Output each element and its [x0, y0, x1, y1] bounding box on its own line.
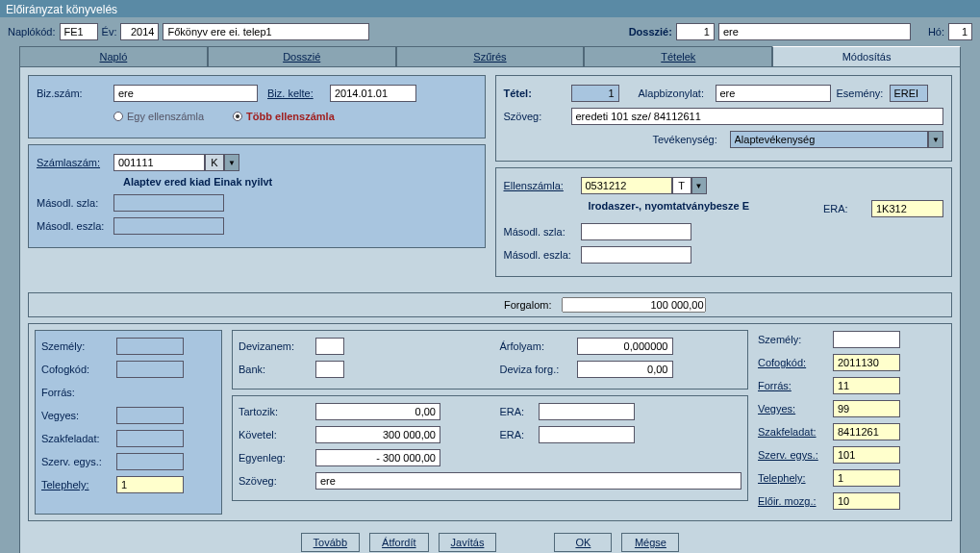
ellenszamla-label[interactable]: Ellenszámla:: [504, 180, 581, 191]
szakfeladat-label-r[interactable]: Szakfeladat:: [758, 426, 833, 438]
tab-modositas[interactable]: Módosítás: [772, 46, 961, 66]
szemely-input-r[interactable]: [833, 331, 900, 348]
devizaforg-input[interactable]: [577, 361, 673, 378]
radio-egy-ellenszamla[interactable]: Egy ellenszámla: [113, 111, 204, 122]
tevekenyseg-input[interactable]: [730, 131, 929, 148]
top-toolbar: Naplókód: Év: Dosszié: Hó:: [0, 17, 980, 46]
bank-label: Bank:: [239, 364, 315, 375]
era-label: ERA:: [823, 203, 871, 214]
devizanem-input[interactable]: [315, 338, 344, 355]
szervegys-label-r[interactable]: Szerv. egys.:: [758, 449, 833, 461]
ho-input[interactable]: [948, 23, 972, 40]
eloir-label-r[interactable]: Előir. mozg.:: [758, 495, 833, 507]
naplokod-label: Naplókód:: [8, 26, 56, 38]
tab-naplo[interactable]: Napló: [19, 46, 208, 66]
vegyes-input-l[interactable]: [116, 407, 184, 424]
masodl-eszla-label-r: Másodl. eszla:: [504, 249, 581, 261]
bizkelte-label[interactable]: Biz. kelte:: [267, 88, 330, 99]
forras-label-l: Forrás:: [41, 387, 116, 398]
kovetel-input[interactable]: [315, 426, 440, 443]
tetel-group: Tétel: Alapbizonylat: Esemény: Szöveg: T…: [495, 75, 953, 162]
devizaforg-label: Deviza forg.:: [500, 364, 577, 375]
forgalom-label[interactable]: Forgalom:: [504, 299, 552, 311]
szemely-label-r: Személy:: [758, 334, 833, 345]
telephely-label-r[interactable]: Telephely:: [758, 472, 833, 484]
ellenszamla-input[interactable]: [581, 177, 672, 194]
vegyes-label-r[interactable]: Vegyes:: [758, 403, 833, 415]
dosszie-num-input[interactable]: [676, 23, 715, 40]
szakfeladat-input-r[interactable]: [833, 423, 900, 440]
telephely-input-r[interactable]: [833, 469, 900, 487]
ev-input[interactable]: [120, 23, 159, 40]
main-panel: Biz.szám: Biz. kelte: Egy ellenszámla Tö…: [19, 66, 961, 553]
bizkelte-input[interactable]: [330, 85, 416, 102]
era-input[interactable]: [871, 200, 943, 217]
szemely-input-l[interactable]: [116, 338, 184, 355]
tetel-input[interactable]: [571, 85, 619, 102]
tab-szures[interactable]: Szűrés: [396, 46, 585, 66]
atfordit-button[interactable]: Átfordít: [369, 533, 428, 552]
bank-input[interactable]: [315, 361, 344, 378]
dosszie-text-input[interactable]: [718, 23, 911, 40]
bizszam-input[interactable]: [113, 85, 258, 102]
alapbiz-input[interactable]: [716, 85, 831, 102]
fokonyv-input[interactable]: [163, 23, 369, 40]
era2-input-1[interactable]: [539, 403, 635, 420]
telephely-input-l[interactable]: [116, 476, 184, 493]
egyenleg-input[interactable]: [315, 449, 440, 466]
era2-input-2[interactable]: [539, 426, 635, 443]
ellenszamla-dropdown[interactable]: ▼: [691, 177, 707, 194]
szervegys-input-l[interactable]: [116, 453, 184, 470]
tartozik-label: Tartozik:: [239, 406, 315, 417]
devizanem-label: Devizanem:: [239, 340, 315, 352]
szamlaszam-dropdown[interactable]: ▼: [224, 154, 239, 171]
masodl-szla-input-r[interactable]: [581, 223, 691, 240]
esemeny-label: Esemény:: [837, 88, 890, 99]
cofogkod-label-l: Cofogkód:: [41, 364, 116, 375]
szamlaszam-input[interactable]: [113, 154, 205, 171]
szamlaszam-ind[interactable]: [205, 154, 224, 171]
masodl-szla-input-l[interactable]: [113, 194, 224, 212]
vegyes-label-l: Vegyes:: [41, 410, 116, 421]
mid-detail-col: Devizanem: Bank: Árfolyam: Deviza forg.:…: [222, 330, 758, 515]
vegyes-input-r[interactable]: [833, 400, 900, 417]
telephely-label-l[interactable]: Telephely:: [41, 479, 116, 490]
radio-tobb-ellenszamla[interactable]: Több ellenszámla: [233, 111, 335, 122]
tartozik-input[interactable]: [315, 403, 440, 420]
tab-dosszie[interactable]: Dosszié: [208, 46, 396, 66]
szakfeladat-label-l: Szakfeladat:: [41, 433, 116, 444]
eloir-input-r[interactable]: [833, 492, 900, 510]
ellenszamla-ind[interactable]: [672, 177, 691, 194]
tevekenyseg-label: Tevékenység:: [653, 134, 730, 145]
dosszie-label: Dosszié:: [629, 26, 672, 38]
cofogkod-input-l[interactable]: [116, 361, 184, 378]
szamlaszam-label[interactable]: Számlaszám:: [37, 157, 113, 168]
megse-button[interactable]: Mégse: [621, 533, 679, 552]
szakfeladat-input-l[interactable]: [116, 430, 184, 447]
szervegys-input-r[interactable]: [833, 446, 900, 464]
arfolyam-input[interactable]: [577, 338, 673, 355]
masodl-eszla-input-r[interactable]: [581, 246, 691, 264]
forgalom-row: Forgalom:: [28, 292, 952, 317]
forgalom-input[interactable]: [562, 297, 706, 313]
szoveg2-input[interactable]: [315, 472, 741, 490]
ellenszamla-desc: Irodaszer-, nyomtatványbesze E: [504, 200, 824, 212]
szoveg2-label: Szöveg:: [239, 475, 315, 487]
ho-label: Hó:: [928, 26, 944, 38]
cofogkod-label-r[interactable]: Cofogkód:: [758, 357, 833, 368]
tab-tetelek[interactable]: Tételek: [584, 46, 772, 66]
forras-label-r[interactable]: Forrás:: [758, 380, 833, 391]
javitas-button[interactable]: Javítás: [439, 533, 497, 552]
tevekenyseg-dropdown[interactable]: ▼: [928, 131, 943, 148]
ok-button[interactable]: OK: [554, 533, 612, 552]
naplokod-input[interactable]: [60, 23, 98, 40]
tovabb-button[interactable]: Tovább: [301, 533, 360, 552]
esemeny-input[interactable]: [890, 85, 928, 102]
szoveg-label: Szöveg:: [504, 111, 571, 122]
era2-label-1: ERA:: [500, 406, 539, 417]
masodl-eszla-input-l[interactable]: [113, 217, 224, 235]
forras-input-r[interactable]: [833, 377, 900, 394]
cofogkod-input-r[interactable]: [833, 354, 900, 371]
tab-bar: Napló Dosszié Szűrés Tételek Módosítás: [0, 46, 980, 66]
szoveg-input[interactable]: [571, 108, 944, 125]
